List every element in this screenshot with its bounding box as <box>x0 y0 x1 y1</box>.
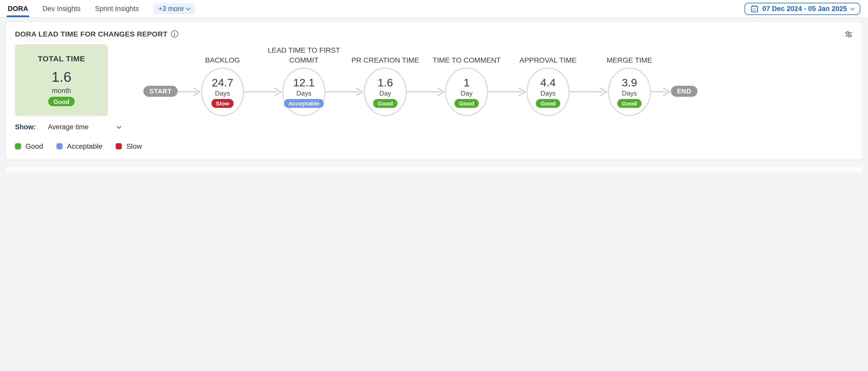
legend-item-acceptable: Acceptable <box>56 142 102 150</box>
flow-arrow <box>651 87 671 97</box>
stage-value: 1 <box>464 76 470 89</box>
stage-label: PR CREATION TIME <box>346 44 425 65</box>
stage-status-badge: Slow <box>211 99 234 108</box>
stage-circle: 3.9 Days Good <box>608 67 651 116</box>
legend-swatch-slow <box>116 143 122 149</box>
stage-circle: 12.1 Days Acceptable <box>282 67 326 116</box>
stage-unit: Day <box>379 90 391 97</box>
stage-backlog: BACKLOG 24.7 Days Slow <box>201 44 244 116</box>
stage-status-badge: Acceptable <box>284 99 324 108</box>
more-tabs-button[interactable]: +3 more <box>153 3 195 14</box>
lead-time-flow: TOTAL TIME 1.6 month Good START BACKLOG … <box>15 44 853 116</box>
stage-circle: 4.4 Days Good <box>526 67 569 116</box>
stage-unit: Days <box>622 90 637 97</box>
deployment-frequency-card: DEPLOYMENT FREQUENCY i Time series graph… <box>6 167 863 171</box>
total-time-unit: month <box>52 87 71 95</box>
stage-status-badge: Good <box>536 99 560 108</box>
total-time-label: TOTAL TIME <box>38 54 85 63</box>
chevron-down-icon <box>186 5 190 10</box>
flow-arrow <box>326 87 364 97</box>
legend-item-slow: Slow <box>116 142 142 150</box>
calendar-icon <box>751 5 758 12</box>
page-content: DORA LEAD TIME FOR CHANGES REPORT i TOTA… <box>0 18 868 171</box>
legend-swatch-good <box>15 143 21 149</box>
show-metric-dropdown[interactable]: Average time <box>48 124 120 131</box>
stage-label: MERGE TIME <box>590 44 669 65</box>
flow-arrow <box>178 87 201 97</box>
date-range-picker[interactable]: 07 Dec 2024 - 05 Jan 2025 <box>744 3 860 15</box>
total-status-badge: Good <box>48 97 75 106</box>
flow-arrow <box>244 87 282 97</box>
stage-value: 4.4 <box>540 76 556 89</box>
stage-value: 12.1 <box>293 76 315 89</box>
info-icon[interactable]: i <box>171 30 178 38</box>
status-legend: Good Acceptable Slow <box>15 142 853 150</box>
show-metric-value: Average time <box>48 124 89 131</box>
tab-dora[interactable]: DORA <box>8 0 28 17</box>
stage-unit: Days <box>540 90 556 97</box>
stage-lead-time-first-commit: LEAD TIME TO FIRST COMMIT 12.1 Days Acce… <box>282 44 326 116</box>
legend-swatch-acceptable <box>56 143 62 149</box>
flow-end-pill: END <box>671 86 697 97</box>
stage-unit: Day <box>461 90 473 97</box>
top-tab-bar: DORA Dev Insights Sprint Insights +3 mor… <box>0 0 868 18</box>
stage-label: APPROVAL TIME <box>509 44 587 65</box>
stage-label: TIME TO COMMENT <box>427 44 506 65</box>
lead-time-title-row: DORA LEAD TIME FOR CHANGES REPORT i <box>15 30 178 38</box>
more-tabs-label: +3 more <box>158 5 184 12</box>
stage-value: 1.6 <box>377 76 393 89</box>
stage-status-badge: Good <box>455 99 479 108</box>
show-label: Show: <box>15 124 35 131</box>
flow-start-pill: START <box>144 86 178 97</box>
legend-label: Acceptable <box>67 142 102 150</box>
stage-pr-creation-time: PR CREATION TIME 1.6 Day Good <box>364 44 407 116</box>
total-time-card: TOTAL TIME 1.6 month Good <box>15 44 108 116</box>
stage-value: 3.9 <box>622 76 637 89</box>
stage-circle: 1 Day Good <box>445 67 488 116</box>
legend-item-good: Good <box>15 142 43 150</box>
stage-value: 24.7 <box>212 76 233 89</box>
flow-arrow <box>569 87 608 97</box>
stage-status-badge: Good <box>617 99 642 108</box>
lead-time-title: DORA LEAD TIME FOR CHANGES REPORT <box>15 30 167 38</box>
date-range-label: 07 Dec 2024 - 05 Jan 2025 <box>763 5 847 12</box>
stage-label: LEAD TIME TO FIRST COMMIT <box>265 44 343 65</box>
legend-label: Good <box>26 142 43 150</box>
tab-sprint-insights[interactable]: Sprint Insights <box>95 0 138 17</box>
chevron-down-icon <box>850 5 855 10</box>
stage-approval-time: APPROVAL TIME 4.4 Days Good <box>526 44 569 116</box>
lead-time-card: DORA LEAD TIME FOR CHANGES REPORT i TOTA… <box>6 22 863 160</box>
stage-time-to-comment: TIME TO COMMENT 1 Day Good <box>445 44 488 116</box>
stage-unit: Days <box>215 90 230 97</box>
stage-status-badge: Good <box>373 99 397 108</box>
report-tabs: DORA Dev Insights Sprint Insights +3 mor… <box>8 0 195 17</box>
dashboard-viewport: DORA Dev Insights Sprint Insights +3 mor… <box>0 0 868 171</box>
stage-label: BACKLOG <box>183 44 261 65</box>
legend-label: Slow <box>126 142 142 150</box>
tab-dev-insights[interactable]: Dev Insights <box>42 0 81 17</box>
stage-merge-time: MERGE TIME 3.9 Days Good <box>608 44 651 116</box>
flow-arrow <box>407 87 445 97</box>
stage-circle: 24.7 Days Slow <box>201 67 244 116</box>
stage-circle: 1.6 Day Good <box>364 67 407 116</box>
chart-settings-icon[interactable] <box>844 30 853 39</box>
flow-arrow <box>488 87 526 97</box>
stage-unit: Days <box>297 90 311 97</box>
total-time-value: 1.6 <box>52 68 71 86</box>
chevron-down-icon <box>117 124 121 129</box>
